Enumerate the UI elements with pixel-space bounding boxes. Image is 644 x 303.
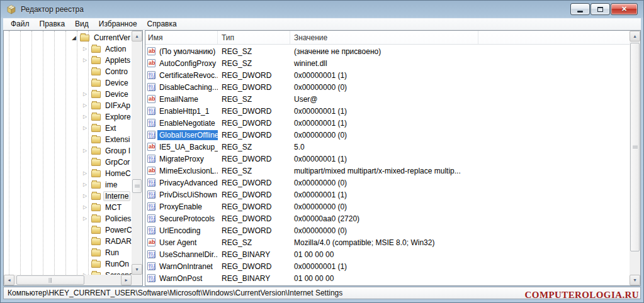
tree-item[interactable]: ▷ Applets (4, 55, 132, 66)
registry-value-row[interactable]: PrivDiscUiShown REG_DWORD 0x00000001 (1) (145, 189, 630, 201)
scroll-down-icon[interactable]: ▾ (630, 275, 640, 285)
close-button[interactable]: ✕ (611, 3, 638, 15)
registry-value-row[interactable]: UseSchannelDir... REG_BINARY 01 00 00 00 (145, 248, 630, 260)
tree-item[interactable]: RunOn (4, 258, 132, 270)
column-header-value[interactable]: Значение (290, 31, 478, 44)
value-name[interactable]: (По умолчанию) (157, 47, 217, 57)
tree-item[interactable]: ▷ Ext (4, 123, 132, 134)
tree-item[interactable]: ▷ ime (4, 179, 132, 190)
tree-item[interactable]: ◢ CurrentVer (4, 32, 132, 43)
value-name[interactable]: GlobalUserOffline (157, 130, 218, 140)
value-name[interactable]: UrlEncoding (157, 226, 202, 236)
tree-item[interactable]: PowerC (4, 224, 132, 236)
registry-value-row[interactable]: WarnOnPost REG_BINARY 01 00 00 00 (145, 272, 630, 284)
menu-item[interactable]: Справка (142, 18, 182, 30)
tree-item[interactable]: ▷ Policies (4, 213, 132, 224)
tree-vertical-scrollbar[interactable]: ▴ ▾ (132, 31, 142, 275)
registry-value-row[interactable]: IE5_UA_Backup_... REG_SZ 5.0 (145, 141, 630, 153)
registry-value-row[interactable]: MigrateProxy REG_DWORD 0x00000001 (1) (145, 153, 630, 165)
tree-item[interactable]: Extensi (4, 134, 132, 145)
registry-value-row[interactable]: PrivacyAdvanced REG_DWORD 0x00000000 (0) (145, 177, 630, 189)
scroll-down-icon[interactable]: ▾ (132, 264, 142, 275)
registry-value-row[interactable]: CertificateRevoc... REG_DWORD 0x00000001… (145, 69, 630, 81)
tree-item[interactable]: ▷ Explore (4, 111, 132, 123)
value-name[interactable]: SecureProtocols (157, 214, 217, 224)
value-name[interactable]: AutoConfigProxy (157, 58, 218, 69)
column-header-type[interactable]: Тип (218, 31, 290, 44)
registry-value-row[interactable]: DisableCaching... REG_DWORD 0x00000000 (… (145, 81, 630, 93)
value-name[interactable]: WarnOnPost (157, 273, 204, 284)
expander-icon[interactable]: ▷ (83, 182, 91, 187)
list-vscroll-thumb[interactable] (630, 43, 640, 251)
list-vertical-scrollbar[interactable]: ▴ ▾ (630, 31, 640, 285)
menu-item[interactable]: Файл (6, 18, 35, 30)
registry-value-row[interactable]: (По умолчанию) REG_SZ (значение не присв… (145, 45, 630, 57)
value-name[interactable]: MimeExclusionL... (157, 166, 218, 176)
registry-value-row[interactable]: UrlEncoding REG_DWORD 0x00000000 (0) (145, 224, 630, 236)
expander-icon[interactable]: ▷ (83, 92, 91, 97)
expander-icon[interactable]: ▷ (83, 114, 91, 119)
value-name[interactable]: EnableHttp1_1 (157, 106, 211, 116)
expander-icon[interactable]: ▷ (83, 171, 91, 176)
tree-item[interactable]: RADAR (4, 236, 132, 247)
value-name[interactable]: EmailName (157, 94, 200, 104)
tree-item[interactable]: Run (4, 247, 132, 258)
scroll-up-icon[interactable]: ▴ (132, 31, 142, 41)
scroll-right-icon[interactable]: ▸ (121, 275, 132, 285)
tree-item[interactable]: Contro (4, 66, 132, 77)
tree-item[interactable]: ▷ HomeC (4, 168, 132, 179)
value-name[interactable]: PrivDiscUiShown (157, 190, 218, 200)
tree-item[interactable]: ▷ Device (4, 89, 132, 100)
registry-value-row[interactable]: EmailName REG_SZ User@ (145, 93, 630, 105)
value-name[interactable]: UseSchannelDir... (157, 250, 218, 260)
maximize-button[interactable] (590, 3, 610, 15)
value-name[interactable]: EnableNegotiate (157, 118, 217, 128)
value-name[interactable]: MigrateProxy (157, 154, 206, 164)
tree-item[interactable]: ▷ DIFxAp (4, 100, 132, 111)
value-name[interactable]: PrivacyAdvanced (157, 178, 218, 188)
tree-item[interactable]: GrpCor (4, 157, 132, 168)
registry-value-row[interactable]: EnableHttp1_1 REG_DWORD 0x00000001 (1) (145, 105, 630, 117)
registry-value-row[interactable]: WarnOnIntranet REG_DWORD 0x00000001 (1) (145, 260, 630, 272)
value-name[interactable]: ProxyEnable (157, 202, 204, 212)
value-data: 0x00000001 (1) (290, 262, 630, 271)
expander-icon[interactable]: ▷ (83, 126, 91, 131)
expander-icon[interactable]: ▷ (83, 194, 91, 199)
scroll-left-icon[interactable]: ◂ (4, 275, 14, 285)
registry-value-row[interactable]: GlobalUserOffline REG_DWORD 0x00000000 (… (145, 129, 630, 141)
expander-icon[interactable]: ▷ (83, 47, 91, 52)
tree-item[interactable]: ▷ Screens (4, 270, 132, 275)
scroll-up-icon[interactable]: ▴ (630, 31, 640, 41)
menu-item[interactable]: Правка (35, 18, 71, 30)
tree-horizontal-scrollbar[interactable]: ◂ ▸ (4, 275, 132, 285)
registry-value-row[interactable]: EnableNegotiate REG_DWORD 0x00000001 (1) (145, 117, 630, 129)
registry-value-row[interactable]: SecureProtocols REG_DWORD 0x00000aa0 (27… (145, 212, 630, 224)
value-name[interactable]: User Agent (157, 238, 198, 248)
value-name[interactable]: DisableCaching... (157, 82, 218, 92)
column-header-name[interactable]: Имя (145, 31, 218, 44)
tree-item[interactable]: ▷ Group I (4, 145, 132, 157)
expander-icon[interactable]: ▷ (83, 148, 91, 153)
tree-item[interactable]: ▷ MCT (4, 202, 132, 213)
value-name[interactable]: CertificateRevoc... (157, 70, 218, 80)
registry-value-row[interactable]: User Agent REG_SZ Mozilla/4.0 (compatibl… (145, 236, 630, 248)
registry-value-row[interactable]: MimeExclusionL... REG_SZ multipart/mixed… (145, 165, 630, 177)
tree-hscroll-thumb[interactable] (16, 275, 84, 285)
registry-value-row[interactable]: AutoConfigProxy REG_SZ wininet.dll (145, 57, 630, 69)
value-name[interactable]: IE5_UA_Backup_... (157, 142, 218, 152)
registry-value-row[interactable]: ProxyEnable REG_DWORD 0x00000000 (0) (145, 201, 630, 212)
expander-icon[interactable]: ▷ (83, 58, 91, 63)
value-data: User@ (290, 95, 630, 104)
tree-item[interactable]: ▷ Interne (4, 190, 132, 202)
tree-item[interactable]: ▷ Action (4, 43, 132, 55)
expander-icon[interactable]: ▷ (83, 216, 91, 221)
expander-icon[interactable]: ▷ (83, 103, 91, 108)
tree-item[interactable]: Device (4, 77, 132, 89)
tree-vscroll-thumb[interactable] (132, 179, 142, 193)
menu-item[interactable]: Вид (70, 18, 94, 30)
expander-icon[interactable]: ▷ (83, 205, 91, 210)
value-name[interactable]: WarnOnIntranet (157, 262, 215, 272)
expander-icon[interactable]: ◢ (72, 35, 80, 41)
menu-item[interactable]: Избранное (94, 18, 142, 30)
minimize-button[interactable] (570, 3, 590, 15)
